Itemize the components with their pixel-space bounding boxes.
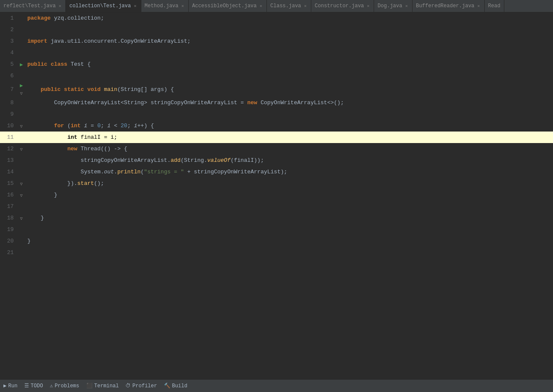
tab-close-icon[interactable]: ✕	[58, 3, 62, 9]
line-number: 18	[0, 212, 17, 224]
code-table: 1 package yzq.collection; 2 3 import jav…	[0, 12, 553, 258]
fold-gutter-icon[interactable]: ▽	[20, 182, 23, 187]
code-line: stringCopyOnWriteArrayList.add(String.va…	[26, 155, 553, 166]
tab-collection-test[interactable]: collection\Test.java ✕	[66, 0, 141, 12]
terminal-status-item[interactable]: ⬛ Terminal	[86, 383, 119, 389]
gutter-cell	[17, 247, 26, 258]
tab-method[interactable]: Method.java ✕	[141, 0, 189, 12]
line-number: 12	[0, 143, 17, 155]
code-container[interactable]: 1 package yzq.collection; 2 3 import jav…	[0, 12, 553, 379]
code-line: System.out.println("strings = " + string…	[26, 166, 553, 178]
table-row: 10 ▽ for (int i = 0; i < 20; i++) {	[0, 120, 553, 132]
fold-gutter-icon[interactable]: ▽	[20, 216, 23, 221]
table-row: 3 import java.util.concurrent.CopyOnWrit…	[0, 35, 553, 47]
table-row: 21	[0, 247, 553, 258]
code-line: CopyOnWriteArrayList<String> stringCopyO…	[26, 97, 553, 108]
tab-buffered-reader[interactable]: BufferedReader.java ✕	[413, 0, 485, 12]
gutter-cell: ▶	[17, 59, 26, 70]
code-line: }	[26, 235, 553, 247]
code-line: package yzq.collection;	[26, 12, 553, 24]
line-number: 9	[0, 108, 17, 120]
tab-dog[interactable]: Dog.java ✕	[374, 0, 413, 12]
tab-close-icon[interactable]: ✕	[303, 3, 307, 9]
table-row: 9	[0, 108, 553, 120]
fold-gutter-icon[interactable]: ▽	[20, 91, 23, 96]
tab-accessible-object[interactable]: AccessibleObject.java ✕	[189, 0, 267, 12]
fold-gutter-icon[interactable]: ▽	[20, 147, 23, 152]
tab-close-icon[interactable]: ✕	[404, 3, 409, 9]
tab-class[interactable]: Class.java ✕	[267, 0, 311, 12]
fold-gutter-icon[interactable]: ▽	[20, 124, 23, 129]
gutter-cell	[17, 201, 26, 212]
build-icon: 🔨	[164, 383, 170, 389]
gutter-cell	[17, 47, 26, 59]
code-line: }).start();	[26, 178, 553, 189]
table-row: 20 }	[0, 235, 553, 247]
tab-close-icon[interactable]: ✕	[181, 3, 185, 9]
code-line: public static void main(String[] args) {	[26, 82, 553, 97]
profiler-status-item[interactable]: ⏱ Profiler	[126, 383, 157, 389]
code-line	[26, 247, 553, 258]
tab-label: BufferedReader.java	[416, 3, 474, 9]
code-line: }	[26, 189, 553, 201]
tab-bar: reflect\Test.java ✕ collection\Test.java…	[0, 0, 553, 12]
tab-close-icon[interactable]: ✕	[366, 3, 370, 9]
gutter-cell	[17, 224, 26, 235]
tab-constructor[interactable]: Constructor.java ✕	[311, 0, 374, 12]
line-number: 6	[0, 70, 17, 82]
line-number: 21	[0, 247, 17, 258]
table-row: 4	[0, 47, 553, 59]
run-gutter-icon[interactable]: ▶	[20, 62, 23, 68]
run-gutter-icon[interactable]: ▶	[20, 83, 23, 89]
line-number: 19	[0, 224, 17, 235]
table-row: 8 CopyOnWriteArrayList<String> stringCop…	[0, 97, 553, 108]
line-number: 10	[0, 120, 17, 132]
problems-status-item[interactable]: ⚠ Problems	[50, 383, 79, 389]
line-number: 14	[0, 166, 17, 178]
tab-reflect-test[interactable]: reflect\Test.java ✕	[0, 0, 66, 12]
tab-close-icon[interactable]: ✕	[259, 3, 263, 9]
gutter-cell: ▽	[17, 189, 26, 201]
line-number: 8	[0, 97, 17, 108]
gutter-cell: ▽	[17, 120, 26, 132]
gutter-cell: ▽	[17, 178, 26, 189]
code-line	[26, 24, 553, 35]
gutter-cell	[17, 108, 26, 120]
tab-close-icon[interactable]: ✕	[477, 3, 481, 9]
status-bar: ▶ Run ☰ TODO ⚠ Problems ⬛ Terminal ⏱ Pro…	[0, 379, 553, 392]
todo-status-item[interactable]: ☰ TODO	[24, 383, 43, 389]
problems-icon: ⚠	[50, 383, 53, 389]
line-number: 4	[0, 47, 17, 59]
tab-label: Read	[488, 3, 500, 9]
table-row: 15 ▽ }).start();	[0, 178, 553, 189]
fold-gutter-icon[interactable]: ▽	[20, 193, 23, 198]
gutter-cell: ▶ ▽	[17, 82, 26, 97]
table-row: 12 ▽ new Thread(() -> {	[0, 143, 553, 155]
table-row: 16 ▽ }	[0, 189, 553, 201]
code-line: new Thread(() -> {	[26, 143, 553, 155]
tab-label: reflect\Test.java	[3, 3, 56, 9]
line-number: 15	[0, 178, 17, 189]
code-line: public class Test {	[26, 59, 553, 70]
tab-read[interactable]: Read	[485, 0, 504, 12]
line-number: 7	[0, 82, 17, 97]
line-number: 1	[0, 12, 17, 24]
code-line	[26, 108, 553, 120]
line-number: 17	[0, 201, 17, 212]
tab-label: AccessibleObject.java	[192, 3, 257, 9]
gutter-cell	[17, 24, 26, 35]
table-row: 6	[0, 70, 553, 82]
build-status-item[interactable]: 🔨 Build	[164, 383, 187, 389]
run-label: Run	[8, 383, 18, 389]
table-row: 5 ▶ public class Test {	[0, 59, 553, 70]
run-status-item[interactable]: ▶ Run	[3, 383, 18, 389]
run-icon: ▶	[3, 383, 6, 389]
tab-close-icon[interactable]: ✕	[133, 3, 137, 9]
table-row: 2	[0, 24, 553, 35]
code-line	[26, 201, 553, 212]
code-line: import java.util.concurrent.CopyOnWriteA…	[26, 35, 553, 47]
tab-label: Constructor.java	[315, 3, 364, 9]
code-line: int finalI = i;	[26, 132, 553, 143]
todo-icon: ☰	[24, 383, 29, 389]
profiler-label: Profiler	[132, 383, 157, 389]
